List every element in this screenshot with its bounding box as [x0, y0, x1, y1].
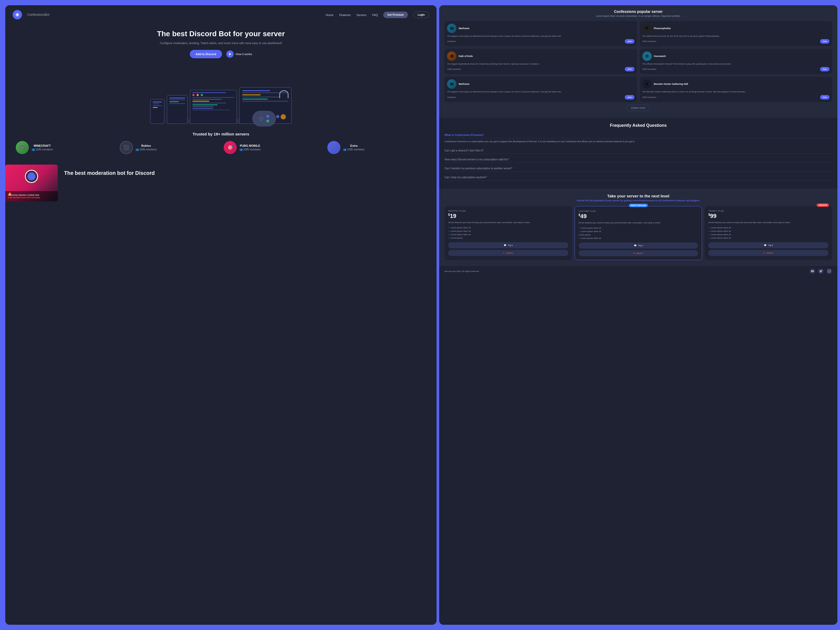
popular-servers-section: Confessions popular server Lorem ipsum d… — [439, 5, 837, 118]
login-button[interactable]: Login — [413, 11, 429, 18]
ow-card-icon: O — [642, 51, 652, 61]
wf2-card-desc: The largest community-run Warframe Disco… — [447, 90, 634, 93]
brand-name: ConfessionsBot — [27, 13, 49, 17]
bot-image-overlay: Welcome Gamers United club 9.88 members … — [5, 191, 58, 201]
extra-info: Extra 👥 1005 members — [343, 144, 364, 151]
minecraft-name: MINECRAFT — [32, 144, 53, 147]
discord-social-icon[interactable] — [810, 268, 815, 274]
faq-title: Frequently Asked Questions — [444, 123, 832, 128]
monthly-try-button[interactable]: 💬 Try it — [448, 242, 568, 248]
roblox-info: Roblox 👥 1005 members — [136, 144, 157, 151]
yearly-label: Yearly plan — [708, 210, 829, 212]
pubg-name: PUBG MOBILE — [239, 144, 261, 147]
poe-join-button[interactable]: Join — [625, 67, 634, 71]
twitter-social-icon[interactable] — [818, 268, 824, 274]
phasmo-join-button[interactable]: Join — [820, 39, 829, 44]
phone-device — [150, 99, 164, 124]
poe-members: 1505 members — [447, 68, 461, 70]
poe-card-footer: 1505 members Join — [447, 67, 634, 71]
explore-more-button[interactable]: Explore more — [626, 105, 651, 111]
minecraft-members: 👥 1005 members — [32, 148, 53, 151]
warframe-header: W Warframe — [447, 24, 634, 33]
wf2-members: members — [447, 96, 456, 98]
patreon-icon: P — [503, 252, 505, 254]
yearly-try-button[interactable]: 💬 Try it — [708, 242, 829, 248]
ow-card-name: Overwatch — [654, 55, 666, 57]
popular-servers-title: Confessions popular server — [444, 9, 832, 14]
instagram-social-icon[interactable] — [826, 268, 832, 274]
nav-links: Home Features Servers FAQ — [326, 12, 378, 17]
warframe-join-button[interactable]: Join — [625, 39, 634, 44]
monthly-patreon-button[interactable]: P patreon — [448, 250, 568, 256]
monthly-features: Lorem ipsum dolor sit Lorem ipsum dolor … — [448, 227, 568, 239]
bot-caption: Welcome Gamers United club — [8, 194, 55, 196]
faq-item-1: Can I get a refund if I don't like it? — [444, 147, 832, 154]
pricing-grid: Monthly plan $19 All the features you ne… — [444, 206, 832, 260]
monthly-feature-2: Lorem ipsum dolor sit — [448, 234, 568, 236]
faq-question-1[interactable]: Can I get a refund if I don't like it? — [444, 147, 832, 154]
faq-question-4[interactable]: Can I stop my subscription anytime? — [444, 174, 832, 181]
ow-header: O Overwatch — [642, 51, 829, 61]
server-card-poe: ⚙ Path of Exile The largest r/pathofexil… — [444, 49, 637, 74]
nav-faq[interactable]: FAQ — [372, 13, 378, 17]
faq-question-2[interactable]: How many Discord servers is my subscript… — [444, 156, 832, 163]
hero-title: The best Discord Bot for your server — [16, 29, 426, 38]
minecraft-info: MINECRAFT 👥 1005 members — [32, 144, 53, 151]
how-it-works-button[interactable]: How it works — [226, 51, 252, 58]
faq-section: Frequently Asked Questions What is Confe… — [439, 118, 837, 189]
footer-copyright: discord.com 2022. All rights reserved — [444, 270, 479, 273]
server-roblox: ⬛ Roblox 👥 1005 members — [120, 141, 218, 154]
bot-section: Welcome Gamers United club 9.88 members … — [5, 164, 437, 201]
pricing-card-monthly: Monthly plan $19 All the features you ne… — [444, 206, 572, 260]
pricing-title: Take your server to the next level — [444, 194, 832, 198]
faq-item-2: How many Discord servers is my subscript… — [444, 156, 832, 163]
phasmo-card-name: Phasmophobia — [654, 27, 671, 30]
add-to-discord-button[interactable]: Add to Discord — [190, 50, 222, 58]
warframe-card-footer: members Join — [447, 39, 634, 44]
phasmo-members: 1909 members — [642, 40, 656, 43]
yearly-patreon-button[interactable]: P patreon — [708, 250, 829, 256]
ow-card-footer: 1505 members Join — [642, 67, 829, 71]
hero-buttons: Add to Discord How it works — [16, 50, 426, 58]
faq-question-0[interactable]: What is Confessions Premium? — [444, 132, 832, 138]
ow-join-button[interactable]: Join — [820, 67, 829, 71]
faq-question-3[interactable]: Can I transfer my premium subscription t… — [444, 165, 832, 172]
pubg-members: 👥 1005 members — [239, 148, 261, 151]
popular-badge: MOST POPULAR — [629, 204, 647, 207]
nav-home[interactable]: Home — [326, 13, 333, 17]
pricing-card-lifetime: MOST POPULAR LIFETIME PLAN $49 All the f… — [575, 206, 702, 260]
lifetime-patreon-button[interactable]: P patreon — [579, 250, 698, 256]
wf2-join-button[interactable]: Join — [625, 95, 634, 99]
poe-header: ⚙ Path of Exile — [447, 51, 634, 61]
lifetime-try-button[interactable]: 💬 Try it — [579, 243, 698, 249]
mhgh-members: 1505 members — [642, 96, 656, 98]
lifetime-feature-0: Lorem ipsum dolor sit — [579, 227, 698, 229]
lifetime-features: Lorem ipsum dolor sit Lorem ipsum dolor … — [579, 227, 698, 239]
warframe-card-desc: The largest community-run Warframe Disco… — [447, 35, 634, 38]
phasmo-card-icon: P — [642, 24, 652, 33]
mhgh-join-button[interactable]: Join — [820, 95, 829, 99]
hero-section: The best Discord Bot for your server Con… — [5, 24, 437, 66]
tablet-device — [167, 95, 188, 124]
faq-answer-0: Confession Premium is a subscription you… — [444, 138, 832, 145]
svg-point-1 — [16, 14, 18, 16]
nav-features[interactable]: Features — [339, 13, 351, 17]
play-icon — [226, 51, 234, 58]
hero-subtitle: Configure moderation, leveling, Twitch a… — [16, 41, 426, 45]
device-group — [150, 87, 292, 124]
popular-servers-subtitle: Lorem ipsum dolor sit amet consectetur. … — [444, 15, 832, 17]
yearly-feature-1: Lorem ipsum dolor sit — [708, 230, 829, 232]
mhgh-card-desc: The Monster Hunter Gathering Hall is a s… — [642, 90, 829, 93]
poe-card-desc: The largest r/pathofexile Discord! Creat… — [447, 63, 634, 65]
nav-servers[interactable]: Servers — [357, 13, 366, 17]
how-it-works-label: How it works — [236, 52, 252, 56]
footer-social — [810, 268, 832, 274]
server-pubg: 🎯 PUBG MOBILE 👥 1005 members — [224, 141, 322, 154]
minecraft-icon: 🎮 — [16, 141, 29, 154]
laptop-device — [190, 90, 237, 124]
get-premium-button[interactable]: Get Premium — [383, 11, 408, 18]
warframe-card-icon: W — [447, 24, 456, 33]
poe-card-name: Path of Exile — [459, 55, 473, 57]
flame-icon: 🔥 — [8, 192, 12, 196]
members-icon: 👥 — [32, 148, 35, 151]
